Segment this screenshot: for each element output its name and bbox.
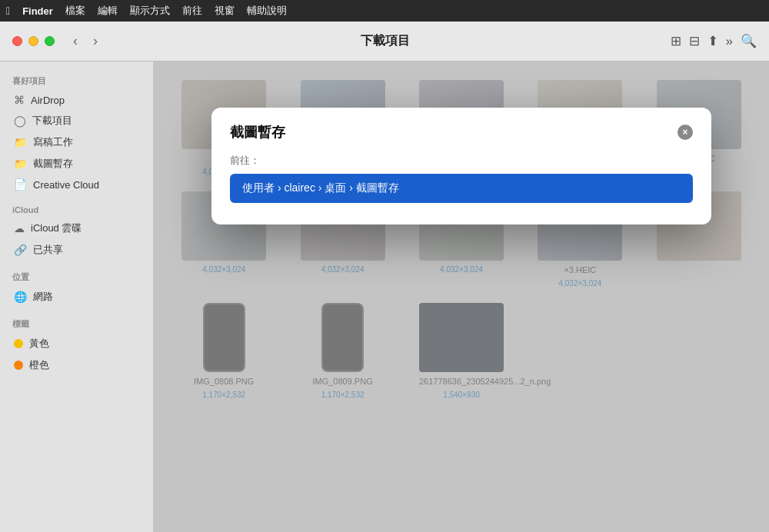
sidebar-airdrop-label: AirDrop bbox=[31, 95, 65, 106]
goto-dialog: 截圖暫存 × 前往： 使用者 › clairec › 桌面 › 截圖暫存 bbox=[211, 108, 711, 224]
sidebar-item-writing[interactable]: 📁 寫稿工作 bbox=[5, 131, 148, 153]
folder-writing-icon: 📁 bbox=[14, 136, 27, 148]
shared-icon: 🔗 bbox=[14, 244, 27, 256]
sidebar-item-icloud-drive[interactable]: ☁ iCloud 雲碟 bbox=[5, 218, 148, 239]
sidebar-tags-header: 標籤 bbox=[0, 314, 153, 333]
sidebar-screenshots-label: 截圖暫存 bbox=[33, 157, 73, 171]
modal-goto-label: 前往： bbox=[230, 154, 693, 168]
menu-edit[interactable]: 編輯 bbox=[98, 4, 118, 18]
sidebar-item-tag-yellow[interactable]: 黃色 bbox=[5, 333, 148, 354]
toolbar: ‹ › 下載項目 ⊞ ⊟ ⬆ » 🔍 bbox=[0, 22, 769, 62]
menubar:  Finder 檔案 編輯 顯示方式 前往 視窗 輔助說明 bbox=[0, 0, 769, 22]
view-list-icon[interactable]: ⊟ bbox=[689, 33, 700, 49]
nav-back-button[interactable]: ‹ bbox=[70, 32, 81, 51]
sidebar-location-header: 位置 bbox=[0, 267, 153, 286]
tag-yellow-dot bbox=[14, 339, 23, 348]
sidebar-network-label: 網路 bbox=[33, 290, 53, 304]
menu-file[interactable]: 檔案 bbox=[65, 4, 85, 18]
finder-window: ‹ › 下載項目 ⊞ ⊟ ⬆ » 🔍 喜好項目 ⌘ AirDrop ◯ 下載項目 bbox=[0, 22, 769, 532]
doc-icon: 📄 bbox=[14, 178, 27, 191]
menu-view[interactable]: 顯示方式 bbox=[130, 4, 170, 18]
sidebar-favorites-header: 喜好項目 bbox=[0, 71, 153, 90]
sidebar-item-creativecloud[interactable]: 📄 Creative Cloud bbox=[5, 175, 148, 195]
search-icon[interactable]: 🔍 bbox=[741, 33, 757, 49]
menu-go[interactable]: 前往 bbox=[182, 4, 202, 18]
sidebar-item-network[interactable]: 🌐 網路 bbox=[5, 286, 148, 308]
toolbar-controls: ⊞ ⊟ ⬆ » 🔍 bbox=[671, 33, 757, 49]
sidebar-item-tag-orange[interactable]: 橙色 bbox=[5, 354, 148, 376]
sidebar-icloud-header: iCloud bbox=[0, 201, 153, 218]
minimize-button[interactable] bbox=[28, 36, 38, 46]
more-icon[interactable]: » bbox=[726, 34, 733, 49]
modal-path-input[interactable]: 使用者 › clairec › 桌面 › 截圖暫存 bbox=[230, 174, 693, 203]
sidebar: 喜好項目 ⌘ AirDrop ◯ 下載項目 📁 寫稿工作 📁 截圖暫存 📄 Cr… bbox=[0, 62, 154, 532]
share-icon[interactable]: ⬆ bbox=[707, 33, 718, 49]
sidebar-cc-label: Creative Cloud bbox=[33, 179, 99, 191]
network-icon: 🌐 bbox=[14, 291, 27, 303]
main-layout: 喜好項目 ⌘ AirDrop ◯ 下載項目 📁 寫稿工作 📁 截圖暫存 📄 Cr… bbox=[0, 62, 769, 532]
nav-forward-button[interactable]: › bbox=[90, 32, 101, 51]
sidebar-writing-label: 寫稿工作 bbox=[33, 135, 73, 149]
close-button[interactable] bbox=[12, 36, 22, 46]
sidebar-shared-label: 已共享 bbox=[33, 243, 63, 257]
sidebar-downloads-label: 下載項目 bbox=[32, 114, 72, 128]
view-grid-icon[interactable]: ⊞ bbox=[671, 33, 681, 49]
modal-close-button[interactable]: × bbox=[677, 125, 693, 140]
folder-screenshots-icon: 📁 bbox=[14, 158, 27, 170]
sidebar-item-shared[interactable]: 🔗 已共享 bbox=[5, 239, 148, 261]
modal-title: 截圖暫存 bbox=[230, 123, 285, 141]
downloads-icon: ◯ bbox=[14, 115, 26, 127]
icloud-drive-icon: ☁ bbox=[14, 222, 25, 234]
sidebar-item-downloads[interactable]: ◯ 下載項目 bbox=[5, 110, 148, 131]
modal-body: 前往： 使用者 › clairec › 桌面 › 截圖暫存 bbox=[211, 151, 711, 224]
content-area: dylan 4,032×3,024 4,032×3,024 4,032×3,02… bbox=[154, 62, 769, 532]
menu-finder[interactable]: Finder bbox=[22, 5, 53, 17]
airdrop-icon: ⌘ bbox=[14, 94, 25, 106]
modal-header: 截圖暫存 × bbox=[211, 108, 711, 151]
sidebar-item-screenshots[interactable]: 📁 截圖暫存 bbox=[5, 153, 148, 175]
sidebar-icloud-drive-label: iCloud 雲碟 bbox=[31, 221, 82, 235]
tag-orange-dot bbox=[14, 361, 23, 370]
sidebar-tag-orange-label: 橙色 bbox=[29, 358, 49, 372]
sidebar-item-airdrop[interactable]: ⌘ AirDrop bbox=[5, 90, 148, 110]
window-title: 下載項目 bbox=[110, 33, 661, 49]
sidebar-tag-yellow-label: 黃色 bbox=[29, 337, 49, 351]
traffic-lights bbox=[12, 36, 55, 46]
menu-window[interactable]: 視窗 bbox=[215, 4, 235, 18]
fullscreen-button[interactable] bbox=[45, 36, 55, 46]
menu-help[interactable]: 輔助說明 bbox=[247, 4, 287, 18]
modal-overlay: 截圖暫存 × 前往： 使用者 › clairec › 桌面 › 截圖暫存 bbox=[154, 62, 769, 532]
apple-menu[interactable]:  bbox=[6, 5, 10, 17]
